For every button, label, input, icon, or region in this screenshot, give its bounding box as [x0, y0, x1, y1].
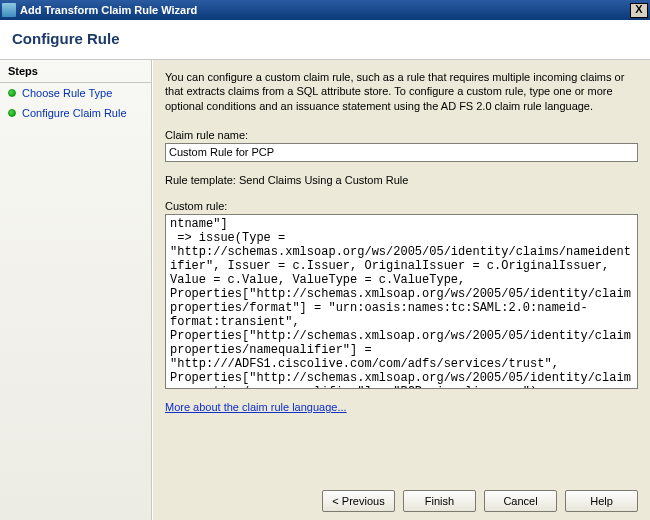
- rule-template-label: Rule template: Send Claims Using a Custo…: [165, 174, 638, 186]
- finish-button[interactable]: Finish: [403, 490, 476, 512]
- more-about-link[interactable]: More about the claim rule language...: [165, 401, 638, 413]
- help-button[interactable]: Help: [565, 490, 638, 512]
- cancel-button[interactable]: Cancel: [484, 490, 557, 512]
- step-bullet-icon: [8, 109, 16, 117]
- intro-text: You can configure a custom claim rule, s…: [165, 70, 638, 113]
- close-icon[interactable]: X: [630, 3, 648, 18]
- claim-rule-name-label: Claim rule name:: [165, 129, 638, 141]
- step-bullet-icon: [8, 89, 16, 97]
- app-icon: [2, 3, 16, 17]
- previous-button[interactable]: < Previous: [322, 490, 395, 512]
- window-titlebar: Add Transform Claim Rule Wizard X: [0, 0, 650, 20]
- page-title: Configure Rule: [0, 20, 650, 60]
- window-title: Add Transform Claim Rule Wizard: [20, 4, 197, 16]
- claim-rule-name-input[interactable]: [165, 143, 638, 162]
- steps-heading: Steps: [0, 60, 151, 83]
- steps-sidebar: Steps Choose Rule Type Configure Claim R…: [0, 60, 152, 520]
- custom-rule-textarea[interactable]: [165, 214, 638, 389]
- content-pane: You can configure a custom claim rule, s…: [152, 60, 650, 520]
- step-label: Choose Rule Type: [22, 87, 112, 99]
- custom-rule-label: Custom rule:: [165, 200, 638, 212]
- step-label: Configure Claim Rule: [22, 107, 127, 119]
- button-row: < Previous Finish Cancel Help: [165, 480, 638, 512]
- step-choose-rule-type[interactable]: Choose Rule Type: [0, 83, 151, 103]
- step-configure-claim-rule[interactable]: Configure Claim Rule: [0, 103, 151, 123]
